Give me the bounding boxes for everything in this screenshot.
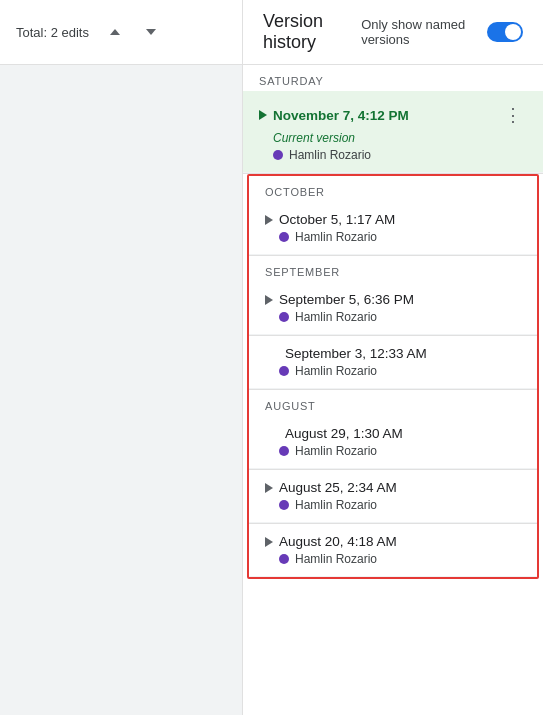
header: Total: 2 edits Version history Only show… <box>0 0 543 65</box>
version-item-sep3[interactable]: September 3, 12:33 AM Hamlin Rozario <box>249 336 537 389</box>
version-date-nov7: November 7, 4:12 PM <box>259 108 409 123</box>
author-row-aug25: Hamlin Rozario <box>279 498 521 512</box>
version-date-aug20: August 20, 4:18 AM <box>265 534 397 549</box>
version-item-header-sep3: September 3, 12:33 AM <box>265 346 521 361</box>
author-name-aug20: Hamlin Rozario <box>295 552 377 566</box>
section-october: OCTOBER October 5, 1:17 AM Hamlin Rozari… <box>249 176 537 255</box>
author-name-nov7: Hamlin Rozario <box>289 148 371 162</box>
author-name-aug25: Hamlin Rozario <box>295 498 377 512</box>
author-avatar-aug25 <box>279 500 289 510</box>
author-name-sep3: Hamlin Rozario <box>295 364 377 378</box>
author-avatar-aug29 <box>279 446 289 456</box>
version-item-header-aug25: August 25, 2:34 AM <box>265 480 521 495</box>
author-row-sep3: Hamlin Rozario <box>279 364 521 378</box>
expand-triangle-aug25 <box>265 483 273 493</box>
section-label-october: OCTOBER <box>249 176 537 202</box>
version-item-aug29[interactable]: August 29, 1:30 AM Hamlin Rozario <box>249 416 537 469</box>
author-avatar-sep3 <box>279 366 289 376</box>
author-avatar-aug20 <box>279 554 289 564</box>
version-item-header-sep5: September 5, 6:36 PM <box>265 292 521 307</box>
document-preview-panel <box>0 65 243 715</box>
named-versions-label: Only show named versions <box>361 17 475 47</box>
total-label: Total: 2 edits <box>16 25 89 40</box>
author-avatar-sep5 <box>279 312 289 322</box>
version-item-nov7[interactable]: November 7, 4:12 PM ⋮ Current version Ha… <box>243 91 543 173</box>
section-august: AUGUST August 29, 1:30 AM Hamlin Rozario <box>249 390 537 577</box>
section-label-september: SEPTEMBER <box>249 256 537 282</box>
header-left: Total: 2 edits <box>0 0 243 64</box>
nav-up-button[interactable] <box>101 18 129 46</box>
toggle-knob <box>505 24 521 40</box>
author-row-aug20: Hamlin Rozario <box>279 552 521 566</box>
author-row-oct5: Hamlin Rozario <box>279 230 521 244</box>
current-version-label: Current version <box>273 131 527 145</box>
nav-down-button[interactable] <box>137 18 165 46</box>
version-date-aug25: August 25, 2:34 AM <box>265 480 397 495</box>
section-label-saturday: SATURDAY <box>243 65 543 91</box>
expand-triangle-oct5 <box>265 215 273 225</box>
version-date-aug29: August 29, 1:30 AM <box>265 426 403 441</box>
highlight-selection-box: OCTOBER October 5, 1:17 AM Hamlin Rozari… <box>247 174 539 579</box>
author-name-aug29: Hamlin Rozario <box>295 444 377 458</box>
version-item-sep5[interactable]: September 5, 6:36 PM Hamlin Rozario <box>249 282 537 335</box>
section-label-august: AUGUST <box>249 390 537 416</box>
version-date-sep3: September 3, 12:33 AM <box>265 346 427 361</box>
author-avatar-nov7 <box>273 150 283 160</box>
author-name-oct5: Hamlin Rozario <box>295 230 377 244</box>
section-saturday: SATURDAY November 7, 4:12 PM ⋮ Current v… <box>243 65 543 173</box>
named-versions-toggle[interactable] <box>487 22 523 42</box>
expand-triangle-sep5 <box>265 295 273 305</box>
author-name-sep5: Hamlin Rozario <box>295 310 377 324</box>
version-item-header-aug20: August 20, 4:18 AM <box>265 534 521 549</box>
more-options-nov7[interactable]: ⋮ <box>499 101 527 129</box>
expand-triangle-nov7 <box>259 110 267 120</box>
version-item-oct5[interactable]: October 5, 1:17 AM Hamlin Rozario <box>249 202 537 255</box>
version-item-header-nov7: November 7, 4:12 PM ⋮ <box>259 101 527 129</box>
author-avatar-oct5 <box>279 232 289 242</box>
version-item-header-oct5: October 5, 1:17 AM <box>265 212 521 227</box>
page-title: Version history <box>263 11 349 53</box>
expand-triangle-aug20 <box>265 537 273 547</box>
author-row-aug29: Hamlin Rozario <box>279 444 521 458</box>
version-item-aug20[interactable]: August 20, 4:18 AM Hamlin Rozario <box>249 524 537 577</box>
version-item-header-aug29: August 29, 1:30 AM <box>265 426 521 441</box>
author-row-nov7: Hamlin Rozario <box>273 148 527 162</box>
content-area: SATURDAY November 7, 4:12 PM ⋮ Current v… <box>0 65 543 715</box>
version-item-aug25[interactable]: August 25, 2:34 AM Hamlin Rozario <box>249 470 537 523</box>
version-date-oct5: October 5, 1:17 AM <box>265 212 395 227</box>
author-row-sep5: Hamlin Rozario <box>279 310 521 324</box>
version-date-sep5: September 5, 6:36 PM <box>265 292 414 307</box>
version-history-panel: SATURDAY November 7, 4:12 PM ⋮ Current v… <box>243 65 543 715</box>
section-september: SEPTEMBER September 5, 6:36 PM Hamlin Ro… <box>249 256 537 389</box>
header-right: Version history Only show named versions <box>243 0 543 64</box>
